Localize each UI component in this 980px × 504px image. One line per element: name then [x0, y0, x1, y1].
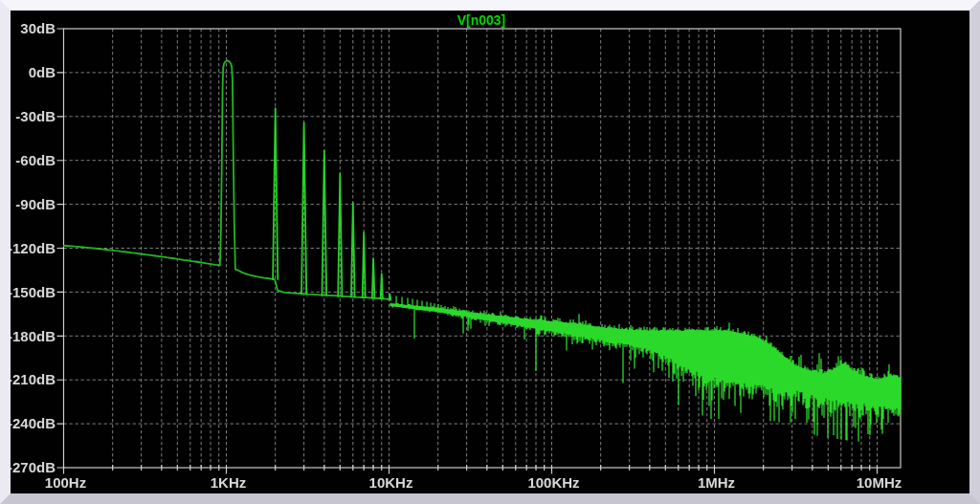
svg-text:0dB: 0dB	[29, 64, 56, 80]
svg-text:-120dB: -120dB	[11, 240, 56, 256]
svg-text:1MHz: 1MHz	[698, 474, 735, 491]
svg-text:-180dB: -180dB	[11, 328, 56, 344]
svg-text:1KHz: 1KHz	[211, 474, 247, 491]
svg-text:-30dB: -30dB	[15, 108, 56, 124]
svg-text:-90dB: -90dB	[15, 196, 56, 212]
svg-text:10MHz: 10MHz	[857, 474, 902, 491]
svg-text:-60dB: -60dB	[15, 152, 56, 168]
svg-text:-270dB: -270dB	[11, 459, 56, 475]
svg-text:30dB: 30dB	[20, 20, 56, 36]
svg-text:100KHz: 100KHz	[527, 474, 579, 491]
svg-text:V[n003]: V[n003]	[457, 12, 506, 28]
svg-text:10KHz: 10KHz	[369, 474, 413, 491]
svg-text:-210dB: -210dB	[11, 371, 56, 387]
svg-text:100Hz: 100Hz	[45, 474, 86, 491]
svg-text:-240dB: -240dB	[11, 415, 56, 431]
svg-text:-150dB: -150dB	[11, 284, 56, 300]
